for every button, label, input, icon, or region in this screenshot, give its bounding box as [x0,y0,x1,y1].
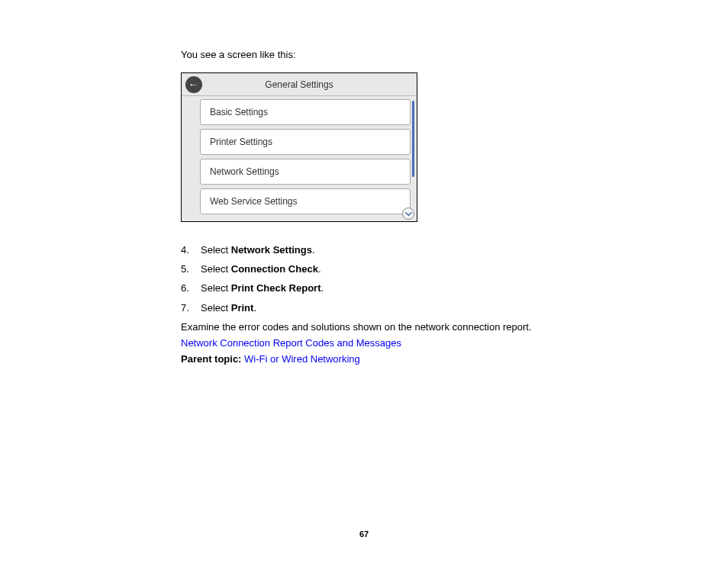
scroll-down-button[interactable] [402,208,414,220]
panel-header: ← General Settings [182,73,417,96]
menu-item-network-settings[interactable]: Network Settings [200,159,411,185]
scrollbar-track[interactable] [412,101,414,177]
parent-topic-label: Parent topic: [181,353,241,365]
step-prefix: Select [201,302,231,314]
step-prefix: Select [201,282,231,294]
menu-item-printer-settings[interactable]: Printer Settings [200,129,411,155]
step-6: Select Print Check Report. [181,282,601,295]
link-parent-topic[interactable]: Wi-Fi or Wired Networking [244,353,360,365]
step-bold: Network Settings [231,244,312,256]
step-7: Select Print. [181,301,601,315]
step-bold: Connection Check [231,263,318,275]
page-number: 67 [0,529,728,539]
panel-body: Basic Settings Printer Settings Network … [182,96,417,221]
step-4: Select Network Settings. [181,243,601,257]
panel-title: General Settings [202,79,417,90]
step-suffix: . [253,302,256,314]
settings-panel: ← General Settings Basic Settings Printe… [181,72,417,222]
chevron-down-icon [405,211,412,217]
step-prefix: Select [201,263,231,275]
step-bold: Print [231,302,254,314]
intro-text: You see a screen like this: [181,49,601,60]
step-bold: Print Check Report [231,282,321,294]
step-suffix: . [318,263,321,275]
menu-item-web-service-settings[interactable]: Web Service Settings [200,188,411,214]
step-suffix: . [321,282,324,294]
arrow-left-icon: ← [188,79,198,89]
menu-item-basic-settings[interactable]: Basic Settings [200,99,411,125]
step-suffix: . [312,244,315,256]
parent-topic: Parent topic: Wi-Fi or Wired Networking [181,353,601,365]
step-5: Select Connection Check. [181,262,601,276]
step-prefix: Select [201,244,231,256]
steps-list: Select Network Settings. Select Connecti… [181,243,601,315]
back-button[interactable]: ← [185,76,202,93]
link-report-codes[interactable]: Network Connection Report Codes and Mess… [181,337,401,349]
examine-text: Examine the error codes and solutions sh… [181,320,601,334]
